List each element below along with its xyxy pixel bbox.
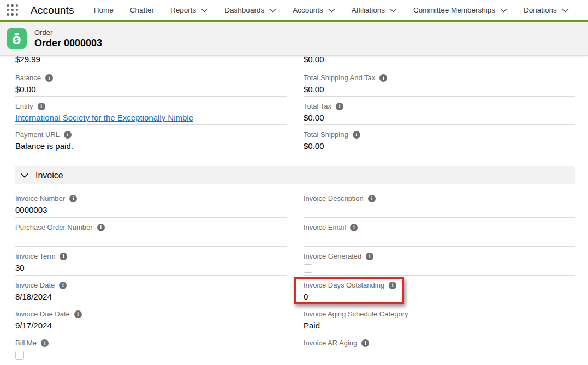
field-label: Purchase Order Number [15, 223, 93, 231]
field-invoice-aging-schedule-category: Invoice Aging Schedule Category Paid [304, 304, 575, 333]
info-icon[interactable]: i [60, 253, 67, 260]
field-label: Entity [15, 102, 33, 110]
tab-label: Dashboards [224, 6, 264, 14]
field-invoice-ar-aging: Invoice AR Agingi [304, 333, 575, 362]
info-icon[interactable]: i [366, 253, 373, 260]
field-label: Invoice Term [15, 252, 55, 260]
info-icon[interactable]: i [38, 103, 45, 110]
section-header-invoice[interactable]: Invoice [15, 166, 575, 184]
field-label: Invoice Date [15, 281, 55, 289]
tab-committee-memberships[interactable]: Committee Memberships [413, 6, 507, 14]
field-label: Invoice AR Aging [304, 339, 357, 347]
info-icon[interactable]: i [74, 310, 82, 318]
chevron-down-icon [328, 8, 335, 13]
info-icon[interactable]: i [59, 282, 67, 289]
field-value: $0.00 [15, 84, 287, 95]
field-value: $29.99 [15, 56, 287, 65]
field-value: 30 [15, 262, 287, 273]
field-label: Payment URL [15, 130, 60, 139]
tab-label: Donations [524, 6, 557, 14]
tab-home[interactable]: Home [94, 6, 114, 14]
info-icon[interactable]: i [69, 195, 77, 202]
info-icon[interactable]: i [379, 74, 387, 82]
info-icon[interactable]: i [361, 339, 369, 347]
bill-me-checkbox[interactable] [15, 351, 24, 360]
info-icon[interactable]: i [389, 282, 396, 289]
field-value: Balance is paid. [15, 141, 287, 152]
chevron-down-icon [21, 173, 28, 178]
chevron-down-icon [269, 8, 276, 13]
tab-affiliations[interactable]: Affiliations [352, 6, 397, 14]
record-header: $ Order Order 0000003 [0, 22, 588, 56]
chevron-down-icon [500, 8, 507, 13]
field-label: Invoice Due Date [15, 310, 70, 318]
info-icon[interactable]: i [353, 131, 360, 139]
chevron-down-icon [201, 8, 208, 13]
field-invoice-number: Invoice Numberi 0000003 [15, 189, 287, 218]
info-icon[interactable]: i [336, 103, 343, 110]
section-title: Invoice [35, 171, 63, 181]
info-icon[interactable]: i [368, 195, 376, 202]
field-value: 0 [304, 291, 575, 302]
tab-label: Chatter [130, 6, 154, 14]
page-title: Order 0000003 [34, 38, 102, 49]
field-invoice-term: Invoice Termi 30 [15, 247, 287, 276]
tab-label: Home [94, 6, 114, 14]
field-invoice-description: Invoice Descriptioni [304, 189, 575, 218]
info-icon[interactable]: i [45, 74, 53, 82]
field-value [304, 349, 575, 360]
field-value: $0.00 [304, 141, 575, 152]
field-payment-url: Payment URLi Balance is paid. [15, 125, 287, 153]
chevron-down-icon [562, 8, 569, 13]
field-value: $0.00 [304, 112, 575, 123]
field-value: Paid [304, 320, 575, 331]
money-bag-icon: $ [10, 32, 23, 45]
field-total-shipping-and-tax: Total Shipping And Taxi $0.00 [304, 68, 575, 97]
info-icon[interactable]: i [41, 339, 49, 347]
field-label: Invoice Aging Schedule Category [304, 310, 408, 318]
tab-donations[interactable]: Donations [524, 6, 569, 14]
chevron-down-icon [390, 8, 397, 13]
invoice-generated-checkbox[interactable] [304, 264, 312, 273]
field-label: Balance [15, 74, 41, 82]
tab-dashboards[interactable]: Dashboards [224, 6, 276, 14]
entity-link[interactable]: International Society for the Exceptiona… [15, 113, 193, 122]
info-icon[interactable]: i [64, 131, 72, 139]
svg-text:$: $ [15, 37, 19, 43]
field-entity: Entityi International Society for the Ex… [15, 97, 287, 125]
tab-label: Committee Memberships [413, 6, 495, 14]
field-value: 0000003 [15, 205, 287, 216]
field-label: Total Shipping [304, 130, 348, 139]
field-value: 8/18/2024 [15, 291, 287, 302]
field-value: $0.00 [304, 56, 575, 65]
app-launcher-icon[interactable] [7, 4, 19, 16]
field-invoice-email: Invoice Emaili [304, 218, 575, 247]
tab-chatter[interactable]: Chatter [130, 6, 154, 14]
field-label: Invoice Email [304, 223, 346, 231]
field-label: Invoice Generated [304, 252, 361, 260]
field-value: $0.00 [304, 84, 575, 95]
tab-accounts[interactable]: Accounts [293, 6, 335, 14]
field-balance: Balancei $0.00 [15, 68, 287, 97]
tab-label: Accounts [293, 6, 323, 14]
app-name: Accounts [31, 4, 74, 16]
field-value: 9/17/2024 [15, 320, 287, 331]
field-invoice-date: Invoice Datei 8/18/2024 [15, 276, 287, 304]
top-navigation-bar: Accounts Home Chatter Reports Dashboards… [0, 0, 588, 22]
field-value [304, 234, 575, 244]
tab-reports[interactable]: Reports [170, 6, 208, 14]
info-icon[interactable]: i [350, 224, 358, 231]
field-label: Invoice Number [15, 194, 65, 202]
field-label: Total Tax [304, 102, 331, 110]
field-total-tax: Total Taxi $0.00 [304, 97, 575, 125]
field-invoice-days-outstanding: Invoice Days Outstandingi 0 [304, 276, 575, 304]
record-detail-panel: $29.99 $0.00 Balancei $0.00 Entityi Inte… [0, 56, 588, 362]
field-total-shipping: Total Shippingi $0.00 [304, 125, 575, 153]
field-invoice-generated: Invoice Generatedi [304, 247, 575, 276]
info-icon[interactable]: i [97, 224, 105, 231]
tab-label: Affiliations [352, 6, 385, 14]
order-entity-icon: $ [7, 28, 27, 49]
field-bill-me: Bill Mei [15, 333, 287, 362]
field-purchase-order-number: Purchase Order Numberi [15, 218, 287, 247]
tab-label: Reports [170, 6, 196, 14]
